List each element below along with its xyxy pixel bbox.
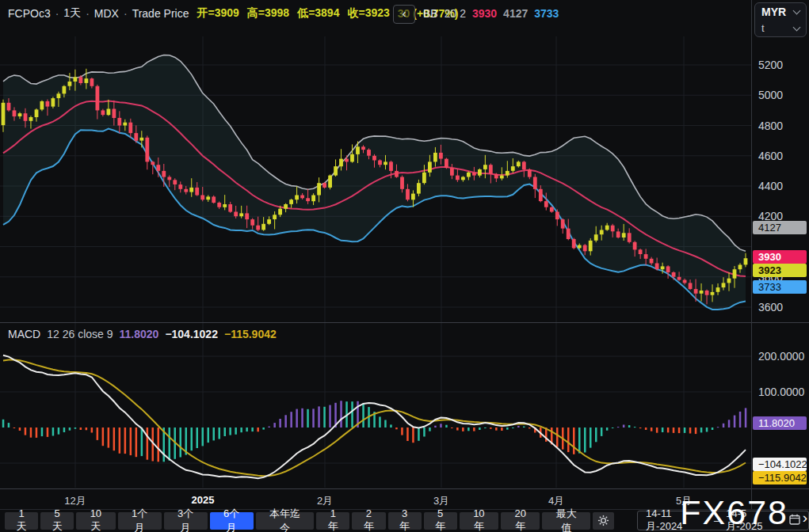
currency-unit-panel: MYR t	[754, 2, 807, 37]
price-label-badge: 11.8020	[753, 416, 807, 430]
trading-chart-app: FCPOc3·1天·MDX·Trade Price开=3909高=3998低=3…	[0, 0, 809, 532]
bollinger-bands	[3, 55, 746, 310]
ohlc-value: 开=3909	[197, 6, 239, 21]
price-label-badge: 3733	[753, 280, 807, 294]
currency-label: MYR	[761, 6, 786, 18]
legend-separator: ·	[124, 7, 128, 20]
date-range-picker[interactable]: 14-11月-2024–14-5月-2025	[637, 511, 809, 530]
legend-separator: ·	[86, 7, 90, 20]
price-tick-label: 4400	[758, 179, 783, 193]
price-label-badge: −115.9042	[753, 471, 807, 484]
collapse-legend-button[interactable]: ‹	[393, 5, 415, 24]
settings-gear-button[interactable]	[593, 512, 614, 530]
legend-title-part: MDX	[94, 7, 119, 20]
indicator-value: −104.1022	[165, 328, 218, 340]
price-tick-label: 5000	[758, 88, 783, 102]
range-button-5天[interactable]: 5天	[40, 512, 74, 530]
range-button-本年迄今[interactable]: 本年迄今	[256, 512, 315, 530]
gear-icon	[597, 515, 609, 526]
symbol-legend: FCPOc3·1天·MDX·Trade Price开=3909高=3998低=3…	[8, 6, 458, 21]
indicator-value: 4127	[503, 7, 528, 20]
price-tick-label: 4600	[758, 149, 783, 163]
legend-separator: ·	[55, 7, 59, 20]
indicator-value: −115.9042	[224, 328, 277, 340]
range-button-3个月[interactable]: 3个月	[164, 512, 208, 530]
chevron-down-icon	[793, 23, 801, 31]
date-from: 14-11月-2024	[646, 507, 708, 532]
currency-select[interactable]: MYR	[755, 3, 806, 20]
indicator-value: 3930	[472, 7, 497, 20]
time-axis-label: 2月	[317, 494, 333, 508]
legend-title-part: FCPOc3	[8, 7, 51, 20]
price-label-badge: 3923	[753, 264, 807, 277]
ohlc-value: 高=3998	[247, 6, 289, 21]
legend-title-part: 1天	[63, 6, 81, 21]
chart-canvas[interactable]	[0, 0, 809, 532]
macd-legend: MACD12 26 close 911.8020−104.1022−115.90…	[8, 328, 277, 340]
range-button-1个月[interactable]: 1个月	[118, 512, 162, 530]
time-axis-label: 3月	[433, 494, 449, 508]
range-button-5年[interactable]: 5年	[424, 512, 457, 530]
ohlc-value: 收=3923	[347, 6, 389, 21]
price-label-badge: 3930	[753, 250, 807, 264]
time-axis-label: 12月	[64, 494, 86, 508]
macd-plot	[2, 355, 747, 479]
time-axis-label: 5月	[676, 494, 692, 508]
legend-title-part: Trade Price	[132, 7, 189, 20]
chevron-right-icon[interactable]: ›	[803, 509, 807, 526]
range-button-6个月[interactable]: 6个月	[210, 512, 254, 530]
indicator-value: 3733	[534, 7, 559, 20]
unit-select[interactable]: t	[755, 20, 806, 36]
range-button-2年[interactable]: 2年	[352, 512, 385, 530]
range-button-最大值[interactable]: 最大值	[542, 512, 590, 530]
indicator-params: 12 26 close 9	[47, 328, 113, 340]
ohlc-value: 低=3894	[297, 6, 339, 21]
range-button-1年[interactable]: 1年	[316, 512, 349, 530]
indicator-name: BB	[423, 7, 438, 20]
range-button-1天[interactable]: 1天	[5, 512, 38, 530]
date-to: 14-5月-2025	[726, 507, 783, 532]
chevron-left-icon: ‹	[403, 6, 406, 20]
price-tick-label: 4800	[758, 119, 783, 133]
macd-tick-label: 100.0000	[758, 385, 804, 399]
price-axis[interactable]: 52005000480046004400420038003600200.0000…	[752, 0, 809, 509]
price-label-badge: 4127	[753, 221, 807, 234]
chevron-down-icon	[793, 6, 801, 14]
indicator-params: 20 2	[445, 7, 466, 20]
indicator-name: MACD	[8, 328, 40, 340]
time-axis-label: 2025	[192, 494, 215, 506]
time-axis[interactable]: 12月20252月3月4月5月	[0, 491, 751, 509]
range-button-20年[interactable]: 20年	[501, 512, 540, 530]
range-button-10天[interactable]: 10天	[76, 512, 115, 530]
range-toolbar: 1天5天10天1个月3个月6个月本年迄今1年2年3年5年10年20年最大值14-…	[0, 509, 809, 532]
date-separator: –	[714, 515, 719, 526]
calendar-icon	[789, 514, 800, 527]
range-button-10年[interactable]: 10年	[460, 512, 498, 530]
indicator-value: 11.8020	[120, 328, 159, 340]
bollinger-legend: BB20 2393041273733	[423, 7, 559, 20]
price-tick-label: 3600	[758, 300, 783, 314]
price-tick-label: 5200	[758, 58, 783, 72]
macd-tick-label: 200.0000	[758, 349, 804, 363]
range-button-3年[interactable]: 3年	[388, 512, 422, 530]
unit-label: t	[761, 22, 765, 34]
price-label-badge: −104.1022	[753, 458, 807, 471]
